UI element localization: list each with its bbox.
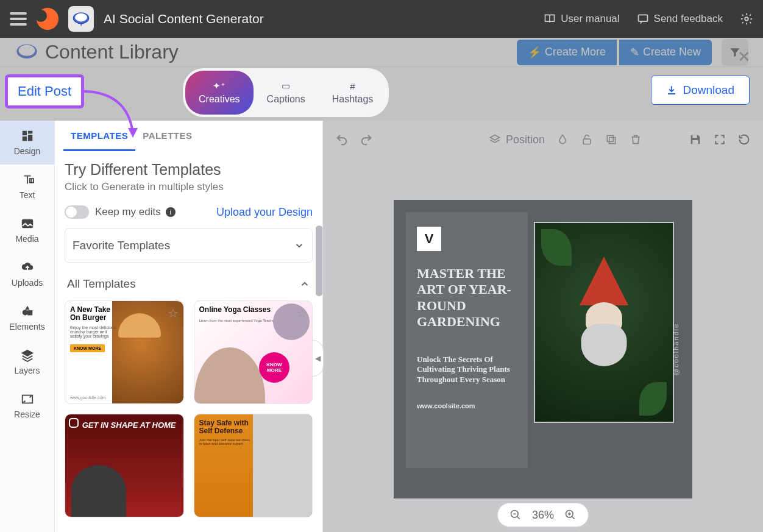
edit-post-button[interactable]: Edit Post bbox=[5, 74, 84, 108]
design-icon bbox=[21, 129, 34, 143]
svg-rect-14 bbox=[27, 310, 32, 315]
svg-point-3 bbox=[745, 17, 748, 21]
hash-icon: # bbox=[350, 81, 355, 91]
template-card-1[interactable]: ☆ A New Take On Burger Enjoy the most de… bbox=[65, 300, 184, 404]
chevron-up-icon bbox=[299, 278, 310, 289]
upload-icon bbox=[21, 261, 34, 274]
chevron-down-icon bbox=[294, 240, 305, 251]
panel-body: Try Different Templates Click to Generat… bbox=[55, 152, 322, 532]
preview-sub: Unlock The Secrets Of Cultivating Thrivi… bbox=[417, 355, 517, 386]
accordion-favorite: Favorite Templates bbox=[65, 229, 313, 263]
mode-tabs: ✦⁺ Creatives ▭ Captions # Hashtags bbox=[183, 68, 389, 117]
wand-icon: ✦⁺ bbox=[213, 80, 225, 91]
media-icon bbox=[21, 217, 34, 230]
download-icon bbox=[666, 85, 677, 96]
preview-headline: MASTER THE ART OF YEAR-ROUND GARDENING bbox=[417, 266, 517, 330]
left-rail: Design Text Media Uploads Elements Layer… bbox=[0, 121, 55, 532]
app-icon bbox=[68, 6, 94, 32]
keep-edits-toggle[interactable] bbox=[65, 205, 89, 219]
rail-media[interactable]: Media bbox=[0, 208, 54, 252]
svg-point-1 bbox=[75, 13, 87, 22]
editor-body: Design Text Media Uploads Elements Layer… bbox=[0, 121, 763, 532]
layers-icon bbox=[21, 349, 34, 362]
svg-rect-7 bbox=[27, 131, 32, 134]
keep-edits-label: Keep my edits i bbox=[95, 206, 176, 218]
svg-rect-6 bbox=[22, 131, 26, 135]
preview-handle: @coolhandle bbox=[672, 323, 680, 375]
accordion-all: All Templates ☆ A New Take On Burger Enj… bbox=[65, 271, 313, 521]
preview-logo: V bbox=[417, 227, 441, 251]
template-card-2[interactable]: ☆ Online Yoga Classes Learn from the mos… bbox=[194, 300, 313, 404]
tab-palettes[interactable]: PALETTES bbox=[135, 121, 199, 151]
accordion-favorite-header[interactable]: Favorite Templates bbox=[65, 229, 313, 263]
svg-rect-11 bbox=[22, 220, 32, 228]
rail-resize[interactable]: Resize bbox=[0, 384, 54, 428]
panel-tabs: TEMPLATES PALETTES bbox=[55, 121, 322, 152]
tab-templates[interactable]: TEMPLATES bbox=[63, 121, 135, 151]
preview-photo bbox=[534, 222, 674, 423]
topbar-left: AI Social Content Generator bbox=[10, 6, 264, 32]
text-icon bbox=[21, 173, 34, 186]
upload-design-link[interactable]: Upload your Design bbox=[216, 206, 313, 219]
download-button[interactable]: Download bbox=[651, 76, 750, 105]
svg-rect-8 bbox=[27, 135, 32, 141]
accordion-all-header[interactable]: All Templates bbox=[65, 271, 313, 297]
panel-subtitle: Click to Generate in multiple styles bbox=[65, 181, 313, 193]
topbar: AI Social Content Generator User manual … bbox=[0, 0, 763, 38]
svg-point-13 bbox=[22, 310, 27, 315]
rail-elements[interactable]: Elements bbox=[0, 296, 54, 340]
elements-icon bbox=[21, 305, 34, 318]
user-manual-link[interactable]: User manual bbox=[544, 13, 619, 25]
resize-icon bbox=[21, 392, 34, 406]
svg-rect-9 bbox=[22, 137, 26, 141]
cc-icon: ▭ bbox=[282, 80, 290, 91]
menu-icon[interactable] bbox=[10, 12, 27, 26]
template-card-4[interactable]: Stay Safe with Self Defense Join the bes… bbox=[194, 414, 313, 517]
panel-title: Try Different Templates bbox=[65, 161, 313, 179]
design-preview[interactable]: V MASTER THE ART OF YEAR-ROUND GARDENING… bbox=[394, 200, 692, 498]
star-icon[interactable]: ☆ bbox=[296, 306, 307, 321]
panel-collapse-handle[interactable]: ◀ bbox=[313, 340, 324, 377]
close-button[interactable]: ✕ bbox=[737, 48, 751, 66]
instagram-icon bbox=[69, 418, 79, 428]
zoom-control: 36% bbox=[497, 503, 589, 527]
zoom-out-icon[interactable] bbox=[509, 508, 522, 522]
send-feedback-link[interactable]: Send feedback bbox=[637, 13, 723, 25]
zoom-in-icon[interactable] bbox=[564, 508, 577, 522]
tab-captions[interactable]: ▭ Captions bbox=[254, 71, 319, 115]
rail-layers[interactable]: Layers bbox=[0, 340, 54, 384]
template-card-3[interactable]: GET IN SHAPE AT HOME bbox=[65, 414, 184, 517]
preview-text-column: V MASTER THE ART OF YEAR-ROUND GARDENING… bbox=[406, 212, 528, 468]
side-panel: TEMPLATES PALETTES Try Different Templat… bbox=[55, 121, 323, 532]
brand-icon bbox=[37, 8, 59, 30]
zoom-value: 36% bbox=[532, 509, 554, 522]
rail-design[interactable]: Design bbox=[0, 121, 54, 165]
canvas-area: Position V MASTER bbox=[323, 121, 763, 532]
app-title: AI Social Content Generator bbox=[104, 12, 264, 26]
tab-hashtags[interactable]: # Hashtags bbox=[319, 71, 387, 115]
topbar-right: User manual Send feedback bbox=[544, 12, 753, 26]
svg-rect-2 bbox=[638, 15, 647, 21]
templates-grid: ☆ A New Take On Burger Enjoy the most de… bbox=[65, 297, 313, 521]
book-icon bbox=[544, 13, 556, 25]
star-icon[interactable]: ☆ bbox=[168, 306, 179, 321]
tab-creatives[interactable]: ✦⁺ Creatives bbox=[185, 71, 254, 115]
scrollbar-thumb[interactable] bbox=[316, 225, 322, 296]
preview-url: www.coolsite.com bbox=[417, 402, 517, 410]
panel-options-row: Keep my edits i Upload your Design bbox=[65, 205, 313, 219]
chat-icon bbox=[637, 13, 649, 25]
info-icon[interactable]: i bbox=[166, 207, 176, 217]
gear-icon[interactable] bbox=[740, 12, 753, 26]
rail-text[interactable]: Text bbox=[0, 165, 54, 208]
rail-uploads[interactable]: Uploads bbox=[0, 252, 54, 296]
